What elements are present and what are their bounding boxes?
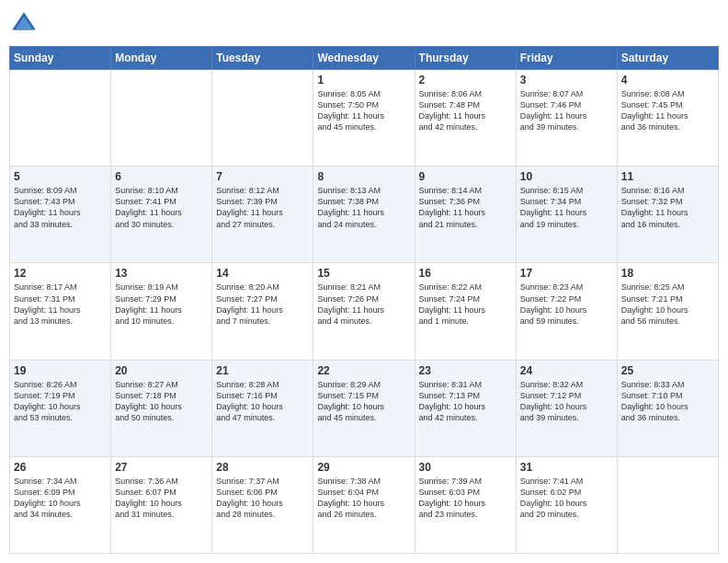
day-info: Sunrise: 8:25 AM Sunset: 7:21 PM Dayligh…: [621, 282, 714, 327]
week-row-2: 5Sunrise: 8:09 AM Sunset: 7:43 PM Daylig…: [10, 167, 719, 263]
day-info: Sunrise: 8:19 AM Sunset: 7:29 PM Dayligh…: [115, 282, 208, 327]
day-info: Sunrise: 7:37 AM Sunset: 6:06 PM Dayligh…: [216, 476, 309, 521]
day-header-thursday: Thursday: [415, 47, 516, 70]
day-number: 15: [317, 267, 410, 280]
week-row-1: 1Sunrise: 8:05 AM Sunset: 7:50 PM Daylig…: [10, 70, 719, 167]
day-number: 21: [216, 364, 309, 377]
day-header-wednesday: Wednesday: [313, 47, 415, 70]
day-info: Sunrise: 8:22 AM Sunset: 7:24 PM Dayligh…: [419, 282, 512, 327]
day-header-friday: Friday: [516, 47, 617, 70]
day-number: 29: [317, 461, 410, 474]
day-number: 14: [216, 267, 309, 280]
cal-cell: 31Sunrise: 7:41 AM Sunset: 6:02 PM Dayli…: [516, 456, 617, 553]
cal-cell: 14Sunrise: 8:20 AM Sunset: 7:27 PM Dayli…: [212, 263, 313, 360]
cal-cell: 15Sunrise: 8:21 AM Sunset: 7:26 PM Dayli…: [313, 263, 415, 360]
day-header-tuesday: Tuesday: [212, 47, 313, 70]
calendar-body: 1Sunrise: 8:05 AM Sunset: 7:50 PM Daylig…: [10, 70, 719, 554]
cal-cell: 2Sunrise: 8:06 AM Sunset: 7:48 PM Daylig…: [415, 70, 516, 167]
cal-cell: 26Sunrise: 7:34 AM Sunset: 6:09 PM Dayli…: [10, 456, 111, 553]
day-info: Sunrise: 8:29 AM Sunset: 7:15 PM Dayligh…: [317, 379, 410, 424]
day-info: Sunrise: 8:32 AM Sunset: 7:12 PM Dayligh…: [520, 379, 613, 424]
cal-cell: 22Sunrise: 8:29 AM Sunset: 7:15 PM Dayli…: [313, 360, 415, 456]
day-info: Sunrise: 7:39 AM Sunset: 6:03 PM Dayligh…: [419, 476, 512, 521]
header: [9, 9, 719, 39]
day-number: 8: [317, 170, 410, 183]
cal-cell: 6Sunrise: 8:10 AM Sunset: 7:41 PM Daylig…: [111, 167, 212, 263]
day-number: 7: [216, 170, 309, 183]
cal-cell: 27Sunrise: 7:36 AM Sunset: 6:07 PM Dayli…: [111, 456, 212, 553]
cal-cell: 7Sunrise: 8:12 AM Sunset: 7:39 PM Daylig…: [212, 167, 313, 263]
day-info: Sunrise: 8:12 AM Sunset: 7:39 PM Dayligh…: [216, 185, 309, 230]
day-info: Sunrise: 8:09 AM Sunset: 7:43 PM Dayligh…: [14, 185, 107, 230]
day-number: 28: [216, 461, 309, 474]
cal-cell: 9Sunrise: 8:14 AM Sunset: 7:36 PM Daylig…: [415, 167, 516, 263]
cal-cell: 25Sunrise: 8:33 AM Sunset: 7:10 PM Dayli…: [617, 360, 718, 456]
week-row-4: 19Sunrise: 8:26 AM Sunset: 7:19 PM Dayli…: [10, 360, 719, 456]
header-row: SundayMondayTuesdayWednesdayThursdayFrid…: [10, 47, 719, 70]
day-info: Sunrise: 7:34 AM Sunset: 6:09 PM Dayligh…: [14, 476, 107, 521]
day-number: 4: [621, 74, 714, 86]
day-number: 9: [419, 170, 512, 183]
day-number: 30: [419, 461, 512, 474]
cal-cell: [111, 70, 212, 167]
cal-cell: 4Sunrise: 8:08 AM Sunset: 7:45 PM Daylig…: [617, 70, 718, 167]
day-number: 13: [115, 267, 208, 280]
cal-cell: 18Sunrise: 8:25 AM Sunset: 7:21 PM Dayli…: [617, 263, 718, 360]
day-info: Sunrise: 8:27 AM Sunset: 7:18 PM Dayligh…: [115, 379, 208, 424]
cal-cell: 24Sunrise: 8:32 AM Sunset: 7:12 PM Dayli…: [516, 360, 617, 456]
day-info: Sunrise: 8:07 AM Sunset: 7:46 PM Dayligh…: [520, 88, 613, 133]
cal-cell: 5Sunrise: 8:09 AM Sunset: 7:43 PM Daylig…: [10, 167, 111, 263]
day-number: 2: [419, 74, 512, 86]
day-number: 25: [621, 364, 714, 377]
day-info: Sunrise: 8:06 AM Sunset: 7:48 PM Dayligh…: [419, 88, 512, 133]
day-info: Sunrise: 8:10 AM Sunset: 7:41 PM Dayligh…: [115, 185, 208, 230]
cal-cell: 16Sunrise: 8:22 AM Sunset: 7:24 PM Dayli…: [415, 263, 516, 360]
week-row-3: 12Sunrise: 8:17 AM Sunset: 7:31 PM Dayli…: [10, 263, 719, 360]
cal-cell: 10Sunrise: 8:15 AM Sunset: 7:34 PM Dayli…: [516, 167, 617, 263]
cal-cell: 3Sunrise: 8:07 AM Sunset: 7:46 PM Daylig…: [516, 70, 617, 167]
day-info: Sunrise: 8:23 AM Sunset: 7:22 PM Dayligh…: [520, 282, 613, 327]
day-info: Sunrise: 8:13 AM Sunset: 7:38 PM Dayligh…: [317, 185, 410, 230]
cal-cell: [212, 70, 313, 167]
day-info: Sunrise: 7:38 AM Sunset: 6:04 PM Dayligh…: [317, 476, 410, 521]
day-number: 20: [115, 364, 208, 377]
day-info: Sunrise: 8:14 AM Sunset: 7:36 PM Dayligh…: [419, 185, 512, 230]
cal-cell: 23Sunrise: 8:31 AM Sunset: 7:13 PM Dayli…: [415, 360, 516, 456]
day-info: Sunrise: 8:21 AM Sunset: 7:26 PM Dayligh…: [317, 282, 410, 327]
cal-cell: 28Sunrise: 7:37 AM Sunset: 6:06 PM Dayli…: [212, 456, 313, 553]
cal-cell: 12Sunrise: 8:17 AM Sunset: 7:31 PM Dayli…: [10, 263, 111, 360]
week-row-5: 26Sunrise: 7:34 AM Sunset: 6:09 PM Dayli…: [10, 456, 719, 553]
day-info: Sunrise: 8:33 AM Sunset: 7:10 PM Dayligh…: [621, 379, 714, 424]
page: SundayMondayTuesdayWednesdayThursdayFrid…: [0, 0, 728, 563]
day-number: 27: [115, 461, 208, 474]
day-info: Sunrise: 8:05 AM Sunset: 7:50 PM Dayligh…: [317, 88, 410, 133]
day-number: 12: [14, 267, 107, 280]
cal-cell: 1Sunrise: 8:05 AM Sunset: 7:50 PM Daylig…: [313, 70, 415, 167]
day-info: Sunrise: 8:15 AM Sunset: 7:34 PM Dayligh…: [520, 185, 613, 230]
cal-cell: 13Sunrise: 8:19 AM Sunset: 7:29 PM Dayli…: [111, 263, 212, 360]
calendar-table: SundayMondayTuesdayWednesdayThursdayFrid…: [9, 46, 719, 554]
day-header-saturday: Saturday: [617, 47, 718, 70]
day-number: 24: [520, 364, 613, 377]
day-number: 3: [520, 74, 613, 86]
day-number: 10: [520, 170, 613, 183]
cal-cell: 17Sunrise: 8:23 AM Sunset: 7:22 PM Dayli…: [516, 263, 617, 360]
day-number: 23: [419, 364, 512, 377]
day-number: 31: [520, 461, 613, 474]
day-info: Sunrise: 8:31 AM Sunset: 7:13 PM Dayligh…: [419, 379, 512, 424]
day-info: Sunrise: 8:26 AM Sunset: 7:19 PM Dayligh…: [14, 379, 107, 424]
cal-cell: 20Sunrise: 8:27 AM Sunset: 7:18 PM Dayli…: [111, 360, 212, 456]
cal-cell: 19Sunrise: 8:26 AM Sunset: 7:19 PM Dayli…: [10, 360, 111, 456]
logo-icon: [9, 9, 39, 39]
day-number: 17: [520, 267, 613, 280]
day-header-sunday: Sunday: [10, 47, 111, 70]
day-number: 19: [14, 364, 107, 377]
cal-cell: 30Sunrise: 7:39 AM Sunset: 6:03 PM Dayli…: [415, 456, 516, 553]
cal-cell: 8Sunrise: 8:13 AM Sunset: 7:38 PM Daylig…: [313, 167, 415, 263]
day-number: 16: [419, 267, 512, 280]
day-number: 1: [317, 74, 410, 86]
day-info: Sunrise: 8:16 AM Sunset: 7:32 PM Dayligh…: [621, 185, 714, 230]
day-info: Sunrise: 8:28 AM Sunset: 7:16 PM Dayligh…: [216, 379, 309, 424]
cal-cell: 29Sunrise: 7:38 AM Sunset: 6:04 PM Dayli…: [313, 456, 415, 553]
day-info: Sunrise: 8:08 AM Sunset: 7:45 PM Dayligh…: [621, 88, 714, 133]
